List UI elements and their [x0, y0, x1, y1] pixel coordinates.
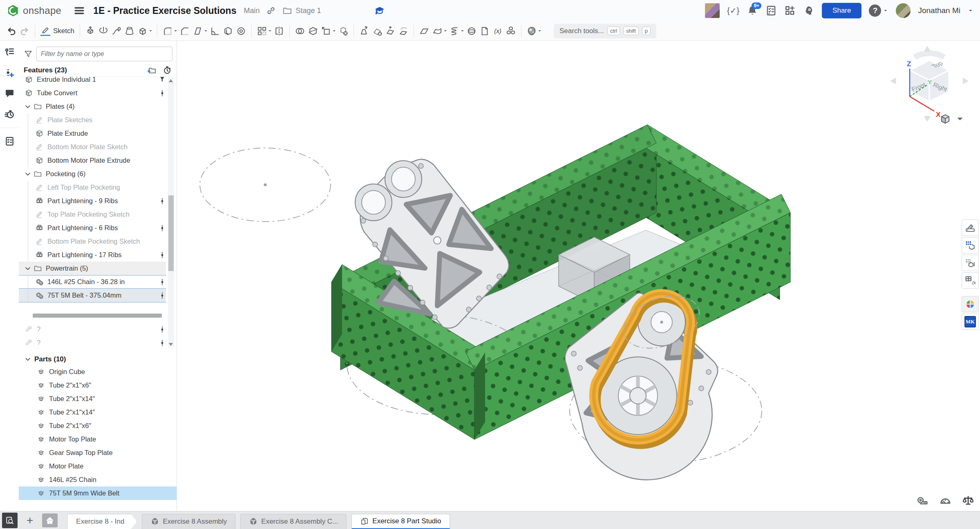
suppress-dots-icon[interactable]	[159, 291, 166, 300]
part-row[interactable]: Origin Cube	[19, 365, 177, 379]
feature-list-icon[interactable]	[4, 47, 15, 57]
feature-script-check-icon[interactable]: {✓}	[727, 6, 739, 16]
offset-surface-icon[interactable]	[384, 25, 397, 37]
tasks-checklist-icon[interactable]	[765, 5, 777, 16]
version-folder-icon[interactable]	[282, 6, 292, 16]
part-row[interactable]: Tube 2"x1"x14"	[19, 392, 177, 406]
app-colorwheel-button[interactable]	[962, 296, 979, 312]
scroll-up-arrow[interactable]	[169, 79, 173, 82]
tab[interactable]: Exercise 8 Assembly C...	[240, 514, 347, 529]
fillet-icon[interactable]	[161, 25, 174, 37]
mirror-icon[interactable]	[273, 25, 286, 37]
rollback-filter-icon[interactable]	[159, 76, 166, 84]
search-tools-input[interactable]: Search tools... ctrl shift p	[554, 24, 656, 38]
app-mk-button[interactable]: MK	[962, 314, 979, 330]
comment-icon[interactable]	[4, 88, 15, 99]
parts-header[interactable]: Parts (10)	[19, 351, 177, 365]
workspace-label[interactable]: Main	[244, 7, 260, 15]
chevron-down[interactable]	[25, 171, 31, 177]
helix-dropdown-icon[interactable]	[460, 28, 465, 34]
tab[interactable]: Exercise 8 - Ind	[67, 514, 137, 529]
version-add-icon[interactable]	[4, 67, 15, 78]
undo-icon[interactable]	[5, 25, 18, 37]
feature-folder-row[interactable]: Pocketing (6)	[19, 167, 166, 181]
feature-folder-row[interactable]: Powertrain (5)	[19, 262, 166, 275]
tree-scrollbar[interactable]	[168, 78, 174, 347]
ai-advisor-icon[interactable]	[803, 5, 814, 16]
rollback-bar[interactable]	[33, 314, 162, 318]
filter-input[interactable]	[36, 47, 172, 61]
link-icon[interactable]	[266, 6, 276, 16]
suppress-dots-icon[interactable]	[159, 251, 166, 260]
part-row[interactable]: Tube 2"x1"x6"	[19, 379, 177, 392]
transform-dropdown-icon[interactable]	[331, 28, 337, 34]
learning-center-icon[interactable]	[374, 5, 385, 16]
rib-icon[interactable]	[208, 25, 222, 37]
feature-row[interactable]: Bottom Plate Pocketing Sketch	[19, 235, 166, 248]
appearance-dropdown-icon[interactable]	[537, 28, 542, 34]
chevron-down[interactable]	[25, 103, 31, 110]
model-scene[interactable]	[177, 41, 980, 511]
thicken-icon[interactable]	[136, 25, 149, 37]
help-icon[interactable]: ?	[869, 4, 881, 17]
redo-icon[interactable]	[18, 25, 31, 37]
suppress-dots-icon[interactable]	[159, 89, 166, 98]
chamfer-icon[interactable]	[178, 25, 191, 37]
tape-measure-icon[interactable]	[916, 495, 929, 507]
fillet-dropdown-icon[interactable]	[173, 28, 178, 34]
main-menu-icon[interactable]	[74, 5, 85, 16]
version-label[interactable]: Stage 1	[295, 7, 321, 15]
feature-row[interactable]: Left Top Plate Pocketing	[19, 181, 166, 194]
add-tab-button[interactable]: +	[22, 515, 38, 526]
collaborator-avatar[interactable]	[705, 3, 720, 18]
view-options-button[interactable]	[940, 114, 965, 124]
feature-row[interactable]: Part Lightening - 17 Ribs	[19, 248, 166, 262]
protractor-icon[interactable]	[939, 495, 951, 507]
bom-table-button[interactable]	[962, 237, 979, 253]
thicken-dropdown-icon[interactable]	[148, 28, 153, 34]
tab[interactable]: Exercise 8 Assembly	[142, 514, 235, 529]
featurescript-icon[interactable]	[504, 25, 517, 37]
feature-row[interactable]: Part Lightening - 6 Ribs	[19, 221, 166, 235]
shell-icon[interactable]	[222, 25, 235, 37]
mass-properties-icon[interactable]	[962, 495, 974, 507]
variables-table-button[interactable]: (x)	[962, 272, 979, 289]
hole-icon[interactable]	[235, 25, 248, 37]
feature-row[interactable]: Part Lightening - 9 Ribs	[19, 194, 166, 208]
rollback-history-icon[interactable]	[162, 65, 172, 75]
split-icon[interactable]	[307, 25, 320, 37]
feature-row[interactable]: Extrude Individual 1	[19, 76, 166, 86]
home-tab-button[interactable]	[42, 513, 58, 527]
sketch-button[interactable]: Sketch	[39, 26, 76, 36]
help-menu[interactable]: ?	[869, 4, 888, 17]
feature-row[interactable]: Plate Sketches	[19, 113, 166, 127]
linear-pattern-icon[interactable]	[255, 25, 268, 37]
linear-pattern-dropdown-icon[interactable]	[267, 28, 273, 34]
surface-icon[interactable]	[431, 25, 444, 37]
followed-checklist-icon[interactable]	[4, 136, 15, 146]
sweep-icon[interactable]	[110, 25, 123, 37]
history-icon[interactable]	[4, 109, 15, 119]
add-folder-icon[interactable]	[147, 65, 157, 75]
feature-row[interactable]: 146L #25 Chain - 36.28 in	[19, 275, 166, 289]
tab-manager-button[interactable]	[2, 513, 18, 528]
feature-row[interactable]: Plate Extrude	[19, 127, 166, 140]
tab-active[interactable]: Exercise 8 Part Studio	[351, 514, 450, 529]
view-cube[interactable]: Top Front Right Z X Y	[884, 43, 974, 125]
onshape-logo-icon[interactable]	[7, 4, 20, 17]
part-row[interactable]: Motor Top Plate	[19, 433, 177, 446]
import-icon[interactable]	[478, 25, 491, 37]
apps-grid-add-icon[interactable]	[784, 5, 796, 16]
loft-icon[interactable]	[123, 25, 136, 37]
feature-row[interactable]: ?	[19, 336, 166, 350]
scrollbar-thumb[interactable]	[168, 195, 174, 271]
notifications-bell-icon[interactable]: 9+	[747, 5, 758, 16]
move-face-icon[interactable]	[358, 25, 371, 37]
feature-row[interactable]: Tube Convert	[19, 86, 166, 100]
part-row[interactable]: Tube 2"x1"x14"	[19, 406, 177, 419]
feature-row[interactable]: Bottom Motor Plate Sketch	[19, 140, 166, 154]
transform-icon[interactable]	[320, 25, 333, 37]
part-row[interactable]: Motor Plate	[19, 460, 177, 473]
part-row[interactable]: 146L #25 Chain	[19, 473, 177, 486]
feature-row[interactable]: Bottom Motor Plate Extrude	[19, 154, 166, 167]
